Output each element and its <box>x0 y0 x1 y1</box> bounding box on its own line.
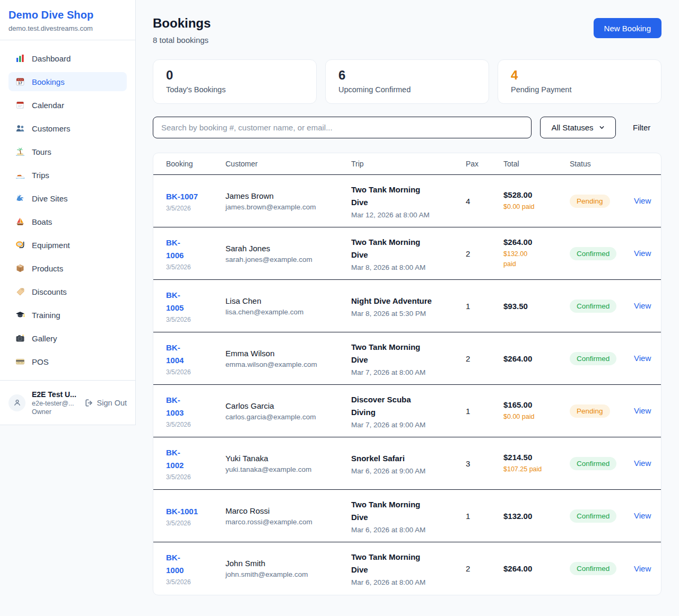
booking-date: 3/5/2026 <box>166 473 225 481</box>
total-cell: $528.00$0.00 paid <box>503 190 570 212</box>
customer-email: lisa.chen@example.com <box>225 308 351 316</box>
table-row: BK-10013/5/2026Marco Rossimarco.rossi@ex… <box>153 490 661 542</box>
total-cell: $93.50 <box>503 302 570 311</box>
booking-cell: BK-10053/5/2026 <box>166 289 225 323</box>
new-booking-button[interactable]: New Booking <box>594 18 661 38</box>
status-badge: Confirmed <box>570 457 616 470</box>
customer-email: sarah.jones@example.com <box>225 256 351 263</box>
sidebar-item-label: Equipment <box>32 241 70 250</box>
trip-datetime: Mar 7, 2026 at 9:00 AM <box>351 421 466 429</box>
view-cell: View <box>634 249 651 258</box>
view-link[interactable]: View <box>634 459 651 468</box>
dive-sites-icon <box>15 193 25 203</box>
view-link[interactable]: View <box>634 196 651 205</box>
sign-out-button[interactable]: Sign Out <box>85 399 127 407</box>
trip-name: Discover Scuba Diving <box>351 393 436 419</box>
sidebar-item-label: Tours <box>32 147 51 156</box>
stat-card-pending-payment: 4 Pending Payment <box>498 59 661 104</box>
sidebar-item-trips[interactable]: Trips <box>8 165 127 184</box>
view-link[interactable]: View <box>634 406 651 415</box>
stat-value: 4 <box>511 68 648 83</box>
stat-value: 0 <box>166 68 303 83</box>
customer-name: John Smith <box>225 559 351 568</box>
page-header: Bookings 8 total bookings New Booking <box>153 16 661 45</box>
sidebar-item-label: Products <box>32 264 63 273</box>
trip-datetime: Mar 7, 2026 at 8:00 AM <box>351 368 466 376</box>
pax-value: 1 <box>466 512 503 521</box>
total-amount: $264.00 <box>503 564 570 573</box>
sidebar-item-customers[interactable]: Customers <box>8 119 127 138</box>
column-header-pax: Pax <box>466 160 503 168</box>
stat-label: Upcoming Confirmed <box>338 85 476 94</box>
sidebar-item-discounts[interactable]: Discounts <box>8 282 127 301</box>
sidebar-item-equipment[interactable]: Equipment <box>8 235 127 254</box>
stat-label: Pending Payment <box>511 85 648 94</box>
filter-row: All Statuses Filter <box>153 117 661 138</box>
gallery-icon <box>15 333 25 343</box>
status-cell: Pending <box>570 195 634 208</box>
table-row: BK-10003/5/2026John Smithjohn.smith@exam… <box>153 542 661 595</box>
booking-id-link[interactable]: BK-1007 <box>166 190 198 203</box>
view-link[interactable]: View <box>634 301 651 310</box>
sidebar-item-calendar[interactable]: Calendar <box>8 95 127 115</box>
column-header-booking: Booking <box>166 160 225 168</box>
trip-cell: Two Tank Morning DiveMar 8, 2026 at 8:00… <box>351 236 466 271</box>
total-cell: $264.00 <box>503 564 570 573</box>
tours-icon <box>15 147 25 156</box>
sidebar-item-label: Gallery <box>32 334 57 343</box>
view-link[interactable]: View <box>634 564 651 573</box>
stat-value: 6 <box>338 68 476 83</box>
sidebar-item-dive-sites[interactable]: Dive Sites <box>8 189 127 208</box>
total-amount: $264.00 <box>503 237 570 247</box>
booking-cell: BK-10073/5/2026 <box>166 190 225 212</box>
customer-email: carlos.garcia@example.com <box>225 413 351 421</box>
sign-out-label: Sign Out <box>97 399 127 407</box>
booking-cell: BK-10013/5/2026 <box>166 505 225 527</box>
sidebar-item-gallery[interactable]: Gallery <box>8 329 127 348</box>
booking-id-link[interactable]: BK-1000 <box>166 551 190 577</box>
chevron-down-icon <box>599 125 605 130</box>
filter-button[interactable]: Filter <box>633 123 650 132</box>
sidebar-item-products[interactable]: Products <box>8 259 127 278</box>
customer-name: Marco Rossi <box>225 506 351 515</box>
search-input[interactable] <box>153 117 532 138</box>
stat-card-upcoming-confirmed: 6 Upcoming Confirmed <box>325 59 489 104</box>
sidebar-item-pos[interactable]: POS <box>8 352 127 371</box>
sidebar-item-boats[interactable]: Boats <box>8 212 127 231</box>
stat-card-todays-bookings: 0 Today's Bookings <box>153 59 317 104</box>
sidebar-footer: E2E Test U... e2e-tester@... Owner Sign … <box>0 380 135 425</box>
status-cell: Confirmed <box>570 352 634 365</box>
view-link[interactable]: View <box>634 354 651 363</box>
sidebar-item-tours[interactable]: Tours <box>8 142 127 161</box>
user-icon <box>13 398 22 407</box>
booking-date: 3/5/2026 <box>166 263 225 271</box>
booking-cell: BK-10043/5/2026 <box>166 341 225 376</box>
view-link[interactable]: View <box>634 511 651 520</box>
view-link[interactable]: View <box>634 249 651 258</box>
sidebar-item-bookings[interactable]: 17Bookings <box>8 72 127 91</box>
table-header-row: Booking Customer Trip Pax Total Status <box>153 153 661 175</box>
booking-id-link[interactable]: BK-1001 <box>166 505 198 518</box>
table-body: BK-10073/5/2026James Brownjames.brown@ex… <box>153 175 661 595</box>
booking-id-link[interactable]: BK-1003 <box>166 394 190 419</box>
booking-id-link[interactable]: BK-1002 <box>166 446 190 472</box>
trip-cell: Two Tank Morning DiveMar 6, 2026 at 8:00… <box>351 498 466 534</box>
customer-cell: James Brownjames.brown@example.com <box>225 191 351 211</box>
customer-name: Sarah Jones <box>225 244 351 253</box>
avatar <box>8 394 25 411</box>
status-select[interactable]: All Statuses <box>540 117 616 138</box>
booking-id-link[interactable]: BK-1005 <box>166 289 190 314</box>
sidebar-item-training[interactable]: Training <box>8 305 127 324</box>
sidebar-item-dashboard[interactable]: Dashboard <box>8 49 127 68</box>
booking-id-link[interactable]: BK-1004 <box>166 341 190 367</box>
status-cell: Confirmed <box>570 300 634 313</box>
table-row: BK-10023/5/2026Yuki Tanakayuki.tanaka@ex… <box>153 437 661 490</box>
trip-cell: Two Tank Morning DiveMar 12, 2026 at 8:0… <box>351 183 466 219</box>
customer-cell: Emma Wilsonemma.wilson@example.com <box>225 349 351 368</box>
booking-date: 3/5/2026 <box>166 578 225 586</box>
total-amount: $214.50 <box>503 453 570 462</box>
customer-cell: Marco Rossimarco.rossi@example.com <box>225 506 351 526</box>
trip-name: Night Dive Adventure <box>351 295 436 307</box>
booking-id-link[interactable]: BK-1006 <box>166 236 190 262</box>
column-header-status: Status <box>570 160 634 168</box>
